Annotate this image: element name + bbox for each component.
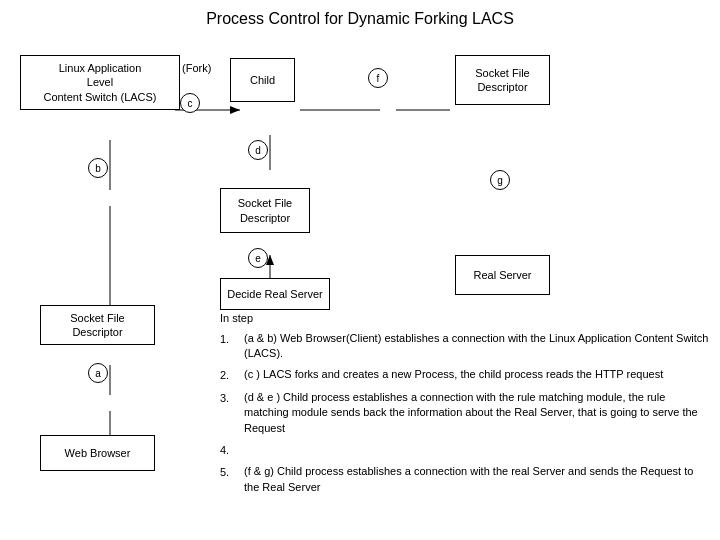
circle-e: e <box>248 248 268 268</box>
svg-marker-8 <box>230 106 240 114</box>
legend-num-4: 4. <box>220 442 244 459</box>
real-server-label: Real Server <box>473 268 531 282</box>
legend-num-5: 5. <box>220 464 244 495</box>
legend-text-2: (c ) LACS forks and creates a new Proces… <box>244 367 663 384</box>
page-title: Process Control for Dynamic Forking LACS <box>0 0 720 28</box>
list-item: 1. (a & b) Web Browser(Client) establish… <box>220 331 710 362</box>
fork-label: (Fork) <box>182 62 211 74</box>
list-item: 2. (c ) LACS forks and creates a new Pro… <box>220 367 710 384</box>
list-item: 4. <box>220 442 710 459</box>
list-item: 3. (d & e ) Child process establishes a … <box>220 390 710 436</box>
circle-g: g <box>490 170 510 190</box>
circle-c: c <box>180 93 200 113</box>
legend-text-5: (f & g) Child process establishes a conn… <box>244 464 710 495</box>
socket-top-box: Socket FileDescriptor <box>455 55 550 105</box>
lacs-box: Linux ApplicationLevelContent Switch (LA… <box>20 55 180 110</box>
socket-left-box: Socket FileDescriptor <box>40 305 155 345</box>
legend: In step 1. (a & b) Web Browser(Client) e… <box>220 310 710 501</box>
socket-mid-box: Socket FileDescriptor <box>220 188 310 233</box>
page: Process Control for Dynamic Forking LACS <box>0 0 720 540</box>
legend-text-1: (a & b) Web Browser(Client) establishes … <box>244 331 710 362</box>
lacs-label: Linux ApplicationLevelContent Switch (LA… <box>43 61 156 104</box>
decide-box: Decide Real Server <box>220 278 330 310</box>
web-browser-label: Web Browser <box>65 446 131 460</box>
legend-title: In step <box>220 310 710 327</box>
socket-top-label: Socket FileDescriptor <box>475 66 529 95</box>
legend-text-3: (d & e ) Child process establishes a con… <box>244 390 710 436</box>
socket-mid-label: Socket FileDescriptor <box>238 196 292 225</box>
circle-f: f <box>368 68 388 88</box>
child-box: Child <box>230 58 295 102</box>
legend-num-2: 2. <box>220 367 244 384</box>
socket-left-label: Socket FileDescriptor <box>70 311 124 340</box>
list-item: 5. (f & g) Child process establishes a c… <box>220 464 710 495</box>
circle-d: d <box>248 140 268 160</box>
child-label: Child <box>250 73 275 87</box>
real-server-box: Real Server <box>455 255 550 295</box>
web-browser-box: Web Browser <box>40 435 155 471</box>
legend-num-3: 3. <box>220 390 244 436</box>
circle-a: a <box>88 363 108 383</box>
legend-num-1: 1. <box>220 331 244 362</box>
circle-b: b <box>88 158 108 178</box>
decide-label: Decide Real Server <box>227 287 322 301</box>
